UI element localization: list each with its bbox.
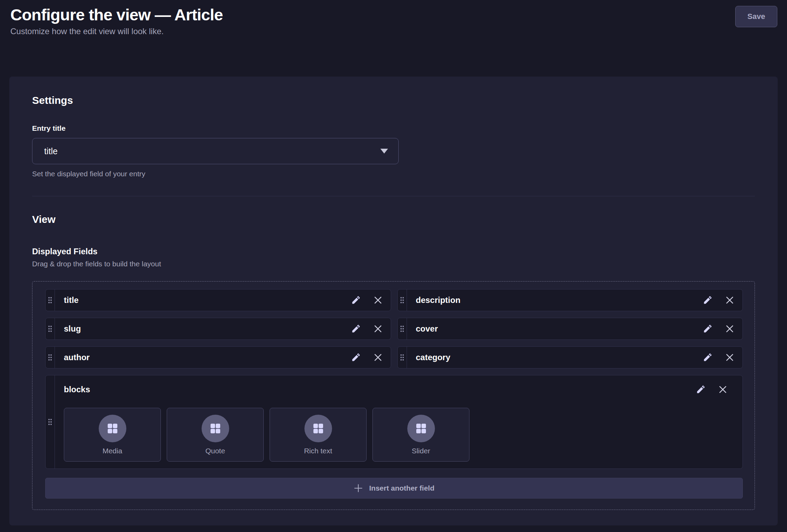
component-label: Rich text [304,447,332,455]
drag-icon [400,325,405,333]
drag-handle[interactable] [46,347,55,368]
field-card[interactable]: title [45,289,391,311]
field-card[interactable]: slug [45,318,391,340]
section-divider [32,196,755,196]
pencil-icon [703,295,712,305]
pencil-icon [351,353,361,362]
drag-icon [48,325,52,333]
displayed-fields-label: Displayed Fields [32,247,755,256]
blocks-header: blocks [64,384,736,395]
insert-another-field-label: Insert another field [369,484,434,492]
blocks-field-card[interactable]: blocks [45,375,743,469]
close-icon [373,324,382,333]
edit-field-button[interactable] [350,352,362,363]
remove-field-button[interactable] [372,352,384,363]
edit-field-button[interactable] [350,294,362,306]
component-icon [407,415,435,442]
drag-handle[interactable] [398,289,407,311]
fields-grid: title d [45,289,743,368]
field-card[interactable]: author [45,346,391,368]
pencil-icon [351,295,361,305]
remove-field-button[interactable] [372,323,384,335]
grid-squares-icon [107,423,118,434]
field-card-actions [350,289,384,311]
settings-heading: Settings [32,95,755,106]
remove-field-button[interactable] [717,384,729,395]
field-card[interactable]: category [397,346,743,368]
entry-title-select[interactable]: title [32,138,399,164]
close-icon [373,296,382,305]
grid-squares-icon [416,423,426,434]
displayed-fields-hint: Drag & drop the fields to build the layo… [32,260,755,268]
field-label: author [64,353,350,362]
content-panel: Settings Entry title title Set the displ… [9,77,778,525]
remove-field-button[interactable] [372,294,384,306]
close-icon [373,353,382,362]
page-title: Configure the view — Article [10,5,223,25]
fields-drop-area: title d [32,281,755,510]
field-card-actions [695,384,729,395]
field-label: blocks [64,385,695,394]
field-card-actions [702,289,736,311]
pencil-icon [703,324,712,334]
component-label: Quote [205,447,225,455]
entry-title-label: Entry title [32,124,755,132]
edit-field-button[interactable] [350,323,362,335]
close-icon [725,296,734,305]
field-card-actions [702,318,736,339]
blocks-content: blocks [55,375,742,469]
field-label: category [416,353,702,362]
component-tile[interactable]: Rich text [270,408,367,462]
pencil-icon [696,385,706,394]
field-card-actions [702,347,736,368]
chevron-down-icon [380,149,388,154]
component-label: Media [103,447,122,455]
drag-icon [400,354,405,361]
view-heading: View [32,214,755,225]
drag-icon [48,296,52,304]
edit-field-button[interactable] [702,323,713,335]
component-tile[interactable]: Quote [167,408,264,462]
field-card-actions [350,318,384,339]
remove-field-button[interactable] [724,294,736,306]
grid-squares-icon [313,423,323,434]
component-tile[interactable]: Slider [372,408,469,462]
component-tile[interactable]: Media [64,408,161,462]
close-icon [725,353,734,362]
remove-field-button[interactable] [724,323,736,335]
drag-handle[interactable] [398,347,407,368]
drag-handle[interactable] [46,289,55,311]
entry-title-select-value: title [44,146,58,156]
drag-handle[interactable] [46,318,55,339]
save-button[interactable]: Save [735,6,777,27]
remove-field-button[interactable] [724,352,736,363]
insert-another-field-button[interactable]: Insert another field [45,478,743,499]
page-header: Configure the view — Article Customize h… [0,0,787,37]
component-label: Slider [412,447,430,455]
field-card-actions [350,347,384,368]
component-tiles: Media Quote [64,408,736,462]
drag-icon [400,296,405,304]
page-header-text: Configure the view — Article Customize h… [10,5,223,37]
plus-icon [353,483,363,493]
view-section: View Displayed Fields Drag & drop the fi… [32,214,755,510]
close-icon [718,385,727,394]
drag-handle[interactable] [46,375,55,469]
page-subtitle: Customize how the edit view will look li… [10,26,223,37]
edit-field-button[interactable] [702,294,713,306]
drag-handle[interactable] [398,318,407,339]
component-icon [99,415,126,442]
drag-icon [48,418,52,426]
edit-field-button[interactable] [702,352,713,363]
pencil-icon [703,353,712,362]
field-label: description [416,295,702,305]
field-label: title [64,295,350,305]
field-label: cover [416,324,702,334]
component-icon [304,415,332,442]
edit-field-button[interactable] [695,384,707,395]
field-card[interactable]: description [397,289,743,311]
field-label: slug [64,324,350,334]
grid-squares-icon [210,423,221,434]
drag-icon [48,354,52,361]
field-card[interactable]: cover [397,318,743,340]
